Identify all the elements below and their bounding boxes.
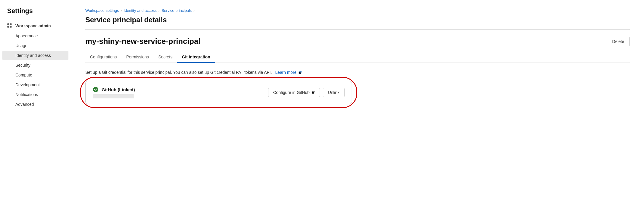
- svg-rect-0: [7, 23, 9, 25]
- sidebar-item-notifications[interactable]: Notifications: [2, 90, 68, 99]
- github-masked-text: [93, 94, 134, 98]
- breadcrumb-sep-1: ›: [121, 8, 122, 13]
- breadcrumb-identity[interactable]: Identity and access: [124, 8, 157, 13]
- workspace-admin-label: Workspace admin: [15, 23, 51, 28]
- app-title: Settings: [0, 7, 71, 21]
- tab-secrets[interactable]: Secrets: [154, 52, 177, 63]
- divider: [85, 29, 630, 30]
- github-title: GitHub (Linked): [93, 87, 135, 92]
- github-card-wrapper: GitHub (Linked) Configure in GitHub Unli…: [85, 81, 352, 104]
- check-circle-icon: [93, 87, 99, 92]
- tab-permissions[interactable]: Permissions: [121, 52, 153, 63]
- sidebar-item-appearance[interactable]: Appearance: [2, 31, 68, 41]
- svg-point-4: [93, 87, 98, 92]
- svg-rect-3: [10, 26, 12, 28]
- github-name: GitHub (Linked): [102, 87, 135, 92]
- unlink-button[interactable]: Unlink: [323, 88, 345, 97]
- tab-git-integration[interactable]: Git integration: [177, 52, 215, 63]
- external-link-icon: [298, 71, 302, 74]
- svg-rect-1: [10, 23, 12, 25]
- breadcrumb: Workspace settings › Identity and access…: [85, 8, 630, 13]
- main-content: Workspace settings › Identity and access…: [71, 0, 644, 214]
- sidebar-item-identity-and-access[interactable]: Identity and access: [2, 51, 68, 60]
- breadcrumb-sep-3: ›: [193, 8, 195, 13]
- github-info: GitHub (Linked): [93, 87, 135, 98]
- breadcrumb-sep-2: ›: [158, 8, 160, 13]
- sidebar-item-advanced[interactable]: Advanced: [2, 100, 68, 109]
- sp-name: my-shiny-new-service-principal: [85, 37, 201, 46]
- sidebar-item-compute[interactable]: Compute: [2, 70, 68, 80]
- breadcrumb-service-principals[interactable]: Service principals: [161, 8, 192, 13]
- tabs: Configurations Permissions Secrets Git i…: [85, 52, 630, 63]
- delete-button[interactable]: Delete: [607, 37, 630, 46]
- page-title: Service principal details: [85, 16, 630, 24]
- sidebar-item-usage[interactable]: Usage: [2, 41, 68, 50]
- configure-external-link-icon: [311, 91, 315, 94]
- configure-in-github-button[interactable]: Configure in GitHub: [268, 88, 320, 97]
- tab-configurations[interactable]: Configurations: [85, 52, 121, 63]
- sp-header: my-shiny-new-service-principal Delete: [85, 37, 630, 46]
- sidebar-item-development[interactable]: Development: [2, 80, 68, 90]
- grid-icon: [7, 23, 12, 28]
- github-actions: Configure in GitHub Unlink: [268, 88, 345, 97]
- github-card: GitHub (Linked) Configure in GitHub Unli…: [85, 81, 352, 104]
- git-info-text: Set up a Git credential for this service…: [85, 69, 630, 76]
- svg-rect-2: [7, 26, 9, 28]
- sidebar: Settings Workspace admin Appearance Usag…: [0, 0, 71, 214]
- sidebar-item-security[interactable]: Security: [2, 60, 68, 70]
- sidebar-section-workspace-admin[interactable]: Workspace admin: [0, 21, 71, 31]
- breadcrumb-workspace[interactable]: Workspace settings: [85, 8, 119, 13]
- learn-more-link[interactable]: Learn more: [274, 70, 302, 75]
